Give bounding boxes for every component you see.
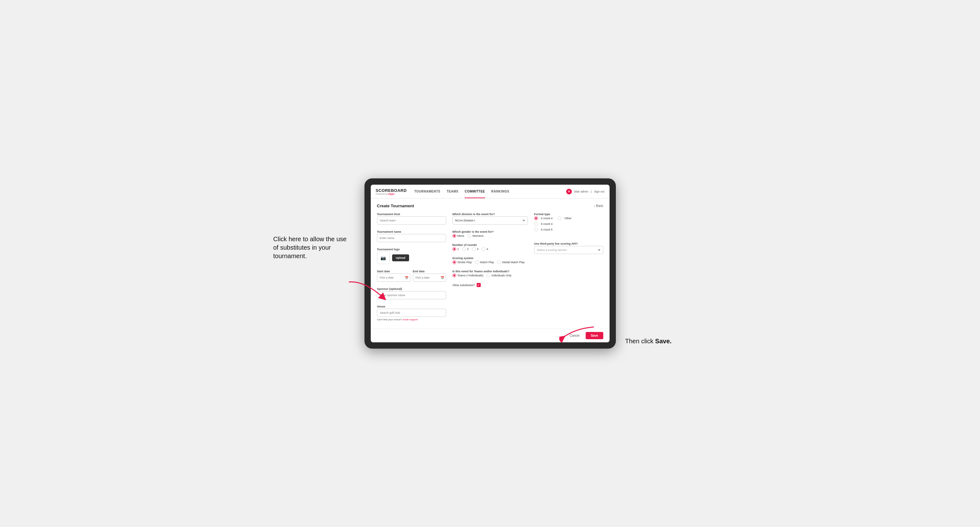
rounds-4-label: 4: [487, 248, 488, 251]
scoring-system-label: Scoring system: [452, 257, 528, 260]
venue-help: Can't find your venue? email support: [377, 318, 446, 321]
logo-placeholder-icon: 📷: [377, 252, 390, 264]
form-col-1: Tournament Host Tournament name Tourname…: [377, 213, 446, 324]
rounds-3-label: 3: [477, 248, 479, 251]
nav-tournaments[interactable]: TOURNAMENTS: [414, 189, 440, 194]
rounds-4-radio[interactable]: [482, 247, 485, 251]
scoring-stroke-radio[interactable]: [452, 260, 456, 264]
navigation-bar: SCOREBOARD Powered by clippd TOURNAMENTS…: [371, 185, 609, 198]
format-5count4-label: 5 count 4: [541, 217, 553, 220]
scoring-medal-label: Medal Match Play: [502, 261, 525, 264]
tournament-name-group: Tournament name: [377, 230, 446, 242]
venue-input[interactable]: [377, 309, 446, 317]
scoring-match-radio[interactable]: [475, 260, 479, 264]
scoring-radio-group: Stroke Play Match Play Medal Match Play: [452, 260, 528, 264]
rounds-4[interactable]: 4: [482, 247, 488, 251]
calendar-icon: 📅: [405, 276, 409, 279]
rounds-group: Number of rounds 1 2: [452, 243, 528, 251]
sign-out-link[interactable]: Sign out: [594, 190, 604, 193]
rounds-3[interactable]: 3: [472, 247, 479, 251]
format-other-label: Other: [565, 217, 572, 220]
division-label: Which division is the event for?: [452, 213, 528, 216]
rounds-2-label: 2: [467, 248, 469, 251]
nav-links: TOURNAMENTS TEAMS COMMITTEE RANKINGS: [414, 189, 566, 194]
scoring-medal[interactable]: Medal Match Play: [497, 260, 525, 264]
format-other[interactable]: Other: [558, 216, 572, 220]
avatar: B: [566, 189, 572, 194]
allow-substitutes-group: Allow substitutes?: [452, 283, 528, 287]
scoring-system-group: Scoring system Stroke Play Match Play: [452, 257, 528, 264]
gender-group: Which gender is the event for? Mens Wome…: [452, 230, 528, 238]
allow-substitutes-item[interactable]: Allow substitutes?: [452, 283, 528, 287]
logo-upload-area: 📷 Upload: [377, 252, 446, 264]
format-5count4[interactable]: 5 count 4: [534, 216, 553, 220]
division-select[interactable]: NCAA Division I: [452, 216, 528, 225]
format-6count5[interactable]: 6 count 5: [534, 228, 603, 232]
tournament-host-input[interactable]: [377, 216, 446, 225]
start-date-group: Start date 📅: [377, 270, 410, 282]
gender-radio-group: Mens Womens: [452, 234, 528, 238]
event-teams-label: Teams (+Individuals): [458, 274, 484, 277]
event-individuals-radio[interactable]: [487, 273, 490, 277]
logo-scoreboard: SCOREBOARD: [376, 188, 407, 193]
scoring-service-select[interactable]: Select a scoring service: [534, 246, 603, 254]
start-date-wrap: 📅: [377, 273, 410, 282]
rounds-2-radio[interactable]: [462, 247, 466, 251]
format-6count4-radio[interactable]: [534, 222, 538, 226]
event-type-group: Is this event for Teams and/or Individua…: [452, 270, 528, 277]
scoring-match[interactable]: Match Play: [475, 260, 494, 264]
scoring-stroke[interactable]: Stroke Play: [452, 260, 472, 264]
nav-teams[interactable]: TEAMS: [447, 189, 459, 194]
division-group: Which division is the event for? NCAA Di…: [452, 213, 528, 225]
gender-mens-radio[interactable]: [452, 234, 456, 238]
nav-separator: |: [591, 190, 591, 193]
email-support-link[interactable]: email support: [403, 318, 418, 321]
page-content: Create Tournament ‹ Back Tournament Host…: [371, 198, 609, 329]
page-header: Create Tournament ‹ Back: [377, 203, 603, 208]
end-date-wrap: 📅: [413, 273, 446, 282]
format-5count4-radio[interactable]: [534, 216, 538, 220]
format-other-radio[interactable]: [558, 216, 562, 220]
allow-substitutes-checkbox[interactable]: [477, 283, 481, 287]
gender-womens-label: Womens: [473, 234, 484, 237]
scoring-service-group: Use third-party live scoring API? Select…: [534, 242, 603, 254]
gender-womens[interactable]: Womens: [468, 234, 484, 238]
gender-mens[interactable]: Mens: [452, 234, 465, 238]
tournament-name-input[interactable]: [377, 234, 446, 242]
nav-committee[interactable]: COMMITTEE: [465, 189, 485, 194]
left-annotation: Click here to allow the use of substitut…: [274, 235, 352, 260]
gender-label: Which gender is the event for?: [452, 230, 528, 233]
annotation-right-text: Then click Save.: [625, 337, 691, 346]
rounds-3-radio[interactable]: [472, 247, 476, 251]
form-col-2: Which division is the event for? NCAA Di…: [452, 213, 528, 324]
event-teams[interactable]: Teams (+Individuals): [452, 273, 484, 277]
nav-rankings[interactable]: RANKINGS: [492, 189, 509, 194]
event-individuals[interactable]: Individuals Only: [487, 273, 512, 277]
rounds-1-radio[interactable]: [452, 247, 456, 251]
format-radio-list: 5 count 4 Other 6 count 4: [534, 216, 603, 232]
event-teams-radio[interactable]: [452, 273, 456, 277]
logo-area: SCOREBOARD Powered by clippd: [376, 188, 407, 195]
rounds-1[interactable]: 1: [452, 247, 459, 251]
rounds-2[interactable]: 2: [462, 247, 469, 251]
user-name: blair admin: [574, 190, 588, 193]
format-6count4[interactable]: 6 count 4: [534, 222, 603, 226]
scoring-medal-radio[interactable]: [497, 260, 501, 264]
page-title: Create Tournament: [377, 203, 414, 208]
tablet-screen: SCOREBOARD Powered by clippd TOURNAMENTS…: [371, 185, 609, 342]
allow-substitutes-label: Allow substitutes?: [452, 284, 475, 287]
upload-button[interactable]: Upload: [392, 254, 409, 261]
start-date-label: Start date: [377, 270, 410, 273]
venue-group: Venue Can't find your venue? email suppo…: [377, 305, 446, 321]
venue-label: Venue: [377, 305, 446, 308]
format-6count5-label: 6 count 5: [541, 228, 553, 231]
tournament-name-label: Tournament name: [377, 230, 446, 233]
nav-user-area: B blair admin | Sign out: [566, 189, 604, 194]
tournament-host-label: Tournament Host: [377, 213, 446, 216]
event-type-radio-group: Teams (+Individuals) Individuals Only: [452, 273, 528, 277]
event-type-label: Is this event for Teams and/or Individua…: [452, 270, 528, 273]
format-6count5-radio[interactable]: [534, 228, 538, 232]
gender-womens-radio[interactable]: [468, 234, 471, 238]
rounds-1-label: 1: [458, 248, 459, 251]
back-button[interactable]: ‹ Back: [594, 204, 603, 208]
